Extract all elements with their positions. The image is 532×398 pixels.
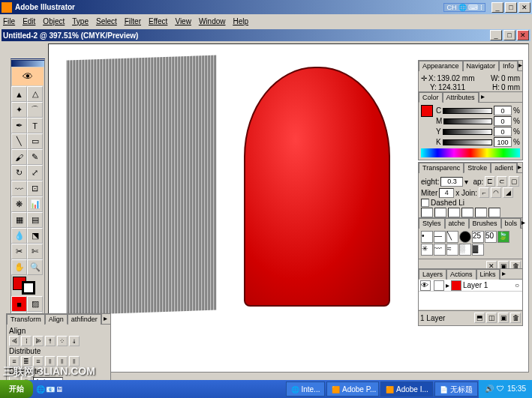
tab-links[interactable]: Links — [476, 269, 500, 280]
gap1[interactable] — [434, 208, 446, 217]
quicklaunch-icon[interactable]: 🌐 — [36, 385, 45, 394]
tab-symbols[interactable]: bols — [501, 218, 521, 229]
brush-swatch[interactable] — [459, 231, 471, 243]
tab-attributes[interactable]: Attributes — [443, 92, 479, 103]
tab-brushes[interactable]: Brushes — [469, 218, 501, 229]
panel-menu-icon[interactable]: ▸ — [479, 92, 486, 102]
panel-menu-icon[interactable]: ▸ — [101, 314, 109, 324]
menu-type[interactable]: Type — [72, 17, 89, 25]
join-bevel-icon[interactable]: ◢ — [503, 187, 513, 198]
doc-maximize-button[interactable]: □ — [503, 30, 515, 40]
rectangle-tool[interactable]: ▭ — [27, 133, 43, 149]
delete-layer-icon[interactable]: 🗑 — [510, 313, 521, 323]
weight-input[interactable] — [440, 177, 463, 187]
tab-color[interactable]: Color — [419, 92, 443, 103]
artwork-red-arch[interactable] — [244, 67, 390, 307]
hand-tool[interactable]: ✋ — [11, 259, 27, 275]
line-tool[interactable]: ╲ — [11, 133, 27, 149]
align-vcenter-icon[interactable]: ⁘ — [57, 336, 68, 346]
cap-round-icon[interactable]: ⊂ — [497, 176, 507, 187]
menu-edit[interactable]: Edit — [23, 17, 35, 25]
dash1[interactable] — [421, 208, 433, 217]
quicklaunch-icon[interactable]: 📧 — [46, 385, 55, 394]
m-value[interactable] — [494, 116, 512, 126]
direct-selection-tool[interactable]: △ — [27, 86, 43, 102]
k-slider[interactable] — [443, 139, 492, 145]
gradient-tool[interactable]: ▤ — [27, 212, 43, 228]
fill-preview[interactable] — [421, 105, 433, 117]
menu-file[interactable]: File — [3, 17, 15, 25]
cap-square-icon[interactable]: ▢ — [509, 176, 519, 187]
tab-swatches[interactable]: atche — [445, 218, 469, 229]
menu-view[interactable]: View — [175, 17, 191, 25]
y-value[interactable] — [494, 127, 512, 136]
free-transform-tool[interactable]: ⊡ — [27, 181, 43, 196]
selection-tool[interactable]: ▲ — [11, 86, 27, 102]
task-item[interactable]: 🟧 Adobe P... — [326, 382, 379, 397]
dash3[interactable] — [475, 208, 487, 217]
dashed-checkbox[interactable] — [421, 199, 429, 207]
color-spectrum[interactable] — [421, 148, 520, 157]
menu-effect[interactable]: Effect — [149, 17, 167, 25]
zoom-tool[interactable]: 🔍 — [27, 259, 43, 275]
c-value[interactable] — [494, 106, 512, 115]
scissors-tool[interactable]: ✄ — [27, 244, 43, 259]
align-left-icon[interactable]: ⫷ — [9, 336, 20, 346]
start-button[interactable]: 开始 — [0, 380, 33, 398]
menu-filter[interactable]: Filter — [125, 17, 141, 25]
brush-swatch[interactable]: 25 — [472, 231, 484, 243]
warp-tool[interactable]: 〰 — [11, 181, 27, 196]
panel-menu-icon[interactable]: ▸ — [517, 163, 522, 172]
eyedropper-tool[interactable]: 💧 — [11, 228, 27, 244]
lasso-tool[interactable]: ⌒ — [27, 102, 43, 118]
system-tray[interactable]: 🔊 🛡 15:35 — [479, 380, 532, 398]
tab-actions[interactable]: Actions — [446, 269, 476, 280]
dash2[interactable] — [448, 208, 460, 217]
miter-input[interactable] — [439, 188, 454, 198]
toolbox-drag-handle[interactable] — [11, 61, 44, 67]
new-layer-icon[interactable]: ▣ — [498, 313, 509, 323]
tab-info[interactable]: Info — [499, 61, 518, 71]
expand-icon[interactable]: ▸ — [446, 281, 449, 289]
task-item[interactable]: 📄 无标题 — [434, 382, 478, 397]
m-slider[interactable] — [443, 118, 492, 124]
doc-minimize-button[interactable]: _ — [490, 30, 502, 40]
panel-menu-icon[interactable]: ▸ — [518, 61, 522, 70]
artwork-hatched-rect[interactable] — [67, 55, 217, 316]
lock-icon[interactable] — [434, 280, 444, 291]
tab-appearance[interactable]: Appearance — [419, 61, 463, 71]
tray-icon[interactable]: 🔊 — [485, 380, 494, 398]
align-hcenter-icon[interactable]: ⁞ — [21, 336, 32, 346]
brush-swatch[interactable]: 〰 — [434, 244, 446, 256]
color-mode[interactable]: ■ — [11, 296, 27, 312]
menu-select[interactable]: Select — [96, 17, 117, 25]
brush-swatch[interactable]: • — [421, 231, 433, 243]
blend-tool[interactable]: ⬔ — [27, 228, 43, 244]
tab-layers[interactable]: Layers — [419, 269, 446, 280]
c-slider[interactable] — [443, 108, 492, 114]
k-value[interactable] — [494, 137, 512, 147]
tab-transform[interactable]: Transform — [7, 314, 45, 325]
mesh-tool[interactable]: ▦ — [11, 212, 27, 228]
gap3[interactable] — [488, 208, 500, 217]
gap2[interactable] — [461, 208, 473, 217]
gradient-mode[interactable]: ▨ — [27, 296, 43, 312]
menu-window[interactable]: Window — [199, 17, 226, 25]
tray-icon[interactable]: 🛡 — [497, 380, 504, 398]
brush-swatch[interactable]: 🍃 — [497, 231, 509, 243]
brush-swatch[interactable]: ✳ — [421, 244, 433, 256]
paintbrush-tool[interactable]: 🖌 — [11, 149, 27, 165]
new-sublayer-icon[interactable]: ◫ — [486, 313, 497, 323]
brush-swatch[interactable]: ▓ — [472, 244, 484, 256]
rotate-tool[interactable]: ↻ — [11, 165, 27, 181]
stroke-swatch[interactable] — [22, 281, 35, 295]
brush-swatch[interactable]: ░ — [459, 244, 471, 256]
type-tool[interactable]: T — [27, 118, 43, 133]
color-swatches[interactable] — [11, 275, 44, 296]
menu-help[interactable]: Help — [233, 17, 248, 25]
brush-swatch[interactable]: 50 — [485, 231, 497, 243]
layer-row[interactable]: 👁 ▸ Layer 1 ○ — [419, 280, 522, 292]
magic-wand-tool[interactable]: ✦ — [11, 102, 27, 118]
tab-gradient[interactable]: adient — [491, 163, 517, 173]
brush-swatch[interactable]: ≈ — [446, 244, 458, 256]
